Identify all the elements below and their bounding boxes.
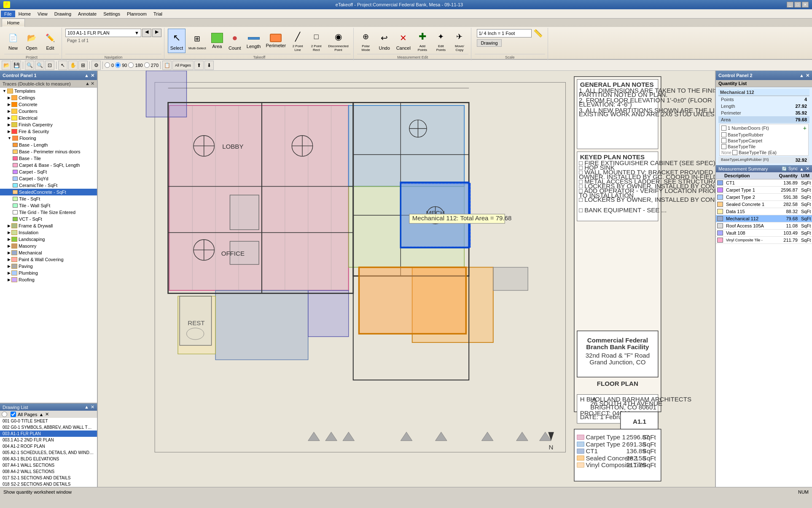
meas-row-mech[interactable]: Mechanical 112 79.68 SqFt: [716, 215, 812, 222]
tree-item-landscaping[interactable]: ▶ Landscaping: [0, 236, 97, 243]
qty-check-2[interactable]: [721, 138, 726, 143]
zoom-90[interactable]: [115, 62, 121, 68]
expand-landscaping[interactable]: ▶: [8, 237, 11, 241]
tree-item-base-perimeter[interactable]: Base - Perimeter minus doors: [0, 148, 97, 155]
qty-check-4[interactable]: [732, 150, 737, 155]
tool-pages[interactable]: 📋: [162, 61, 172, 70]
expand-insulation[interactable]: ▶: [8, 230, 11, 235]
meas-collapse[interactable]: ▲: [799, 166, 804, 171]
tool-fit[interactable]: ⊡: [45, 61, 54, 70]
drawing-list-collapse[interactable]: ▲: [84, 404, 89, 410]
drawing-label[interactable]: Drawing: [477, 39, 501, 47]
tool-arrows3[interactable]: ⬇: [204, 61, 214, 70]
drawing-004[interactable]: 004 A1-2 ROOF PLAN: [0, 443, 97, 449]
close-button[interactable]: ✕: [802, 2, 809, 8]
drawing-002[interactable]: 002 G0-1 SYMBOLS, ABBREV, AND WALL TYPES: [0, 424, 97, 430]
edit-button[interactable]: ✏️ Edit: [41, 29, 59, 53]
expand-mechanical[interactable]: ▶: [8, 251, 11, 255]
expand-plumbing[interactable]: ▶: [8, 271, 11, 275]
tree-item-templates[interactable]: ▼ Templates: [0, 88, 97, 94]
expand-finish-carpentry[interactable]: ▶: [8, 123, 11, 127]
maximize-button[interactable]: □: [794, 2, 801, 8]
multi-select-button[interactable]: ⊞ Multi-Select: [186, 29, 208, 53]
expand-fire-security[interactable]: ▶: [8, 129, 11, 134]
drawing-003-1[interactable]: 003.1 A1-2 2ND FLR PLAN: [0, 437, 97, 443]
traces-close[interactable]: ✕: [91, 81, 94, 86]
drawing-dropdown[interactable]: 103 A1-1 FLR PLAN ▼: [65, 29, 141, 37]
open-button[interactable]: 📂 Open: [23, 29, 40, 53]
tree-item-sealed-concrete[interactable]: SealedConcrete - SqFt: [0, 189, 97, 195]
disconnected-point-button[interactable]: ◉ DisconnectedPoint: [326, 29, 350, 53]
meas-row-vault[interactable]: Vault 108 103.49 SqFt: [716, 230, 812, 237]
tree-item-frame-drywall[interactable]: ▶ Frame & Drywall: [0, 222, 97, 229]
tree-item-electrical[interactable]: ▶ Electrical: [0, 115, 97, 121]
pages-radio[interactable]: [2, 412, 7, 417]
expand-masonry[interactable]: ▶: [8, 244, 11, 248]
select-button[interactable]: ↖ Select: [168, 29, 186, 53]
perimeter-button[interactable]: Perimeter: [263, 29, 288, 53]
2point-rect-button[interactable]: □ 2 PointRect: [307, 29, 325, 53]
qty-add-btn[interactable]: +: [803, 125, 807, 131]
qty-check-3[interactable]: [721, 144, 726, 149]
tree-item-carpet-base[interactable]: Carpet & Base - SqFt, Length: [0, 162, 97, 168]
meas-row-ct1[interactable]: CT1 136.89 SqFt: [716, 179, 812, 187]
tree-item-roofing[interactable]: ▶ Roofing: [0, 276, 97, 283]
menu-home[interactable]: Home: [15, 11, 34, 17]
drawing-006[interactable]: 006 A3-1 BLDG ELEVATIONS: [0, 456, 97, 462]
expand-electrical[interactable]: ▶: [8, 116, 11, 120]
drawing-005[interactable]: 005 A2-1 SCHEDULES, DETAILS, AND WINDOW-: [0, 449, 97, 456]
minimize-button[interactable]: _: [787, 2, 793, 8]
tree-item-flooring[interactable]: ▼ Flooring: [0, 135, 97, 142]
tree-item-concrete[interactable]: ▶ Concrete: [0, 101, 97, 108]
expand-templates[interactable]: ▼: [3, 89, 6, 93]
zoom-0[interactable]: [105, 62, 110, 68]
drawing-list-close[interactable]: ✕: [91, 404, 94, 410]
qty-check-0[interactable]: [721, 126, 726, 131]
traces-collapse[interactable]: ▲: [85, 81, 90, 86]
tool-zoom-out[interactable]: 🔍: [35, 61, 44, 70]
tree-item-ceilings[interactable]: ▶ Ceilings: [0, 94, 97, 101]
cp2-close[interactable]: ✕: [806, 73, 809, 78]
expand-paving[interactable]: ▶: [8, 264, 11, 268]
menu-annotate[interactable]: Annotate: [75, 11, 100, 17]
meas-row-carpet1[interactable]: Carpet Type 1 2596.87 SqFt: [716, 187, 812, 194]
meas-row-vinyl[interactable]: Vinyl Composite Tile - 211.79 SqFt: [716, 237, 812, 244]
tree-item-finish-carpentry[interactable]: ▶ Finish Carpentry: [0, 121, 97, 128]
tree-item-vct[interactable]: VCT - SqFt: [0, 216, 97, 222]
zoom-270[interactable]: [144, 62, 150, 68]
expand-concrete[interactable]: ▶: [8, 102, 11, 107]
menu-trial[interactable]: Trial: [150, 11, 166, 17]
drawing-003[interactable]: 003 A1-1 FLR PLAN: [0, 430, 97, 437]
tree-item-masonry[interactable]: ▶ Masonry: [0, 243, 97, 249]
tool-pan[interactable]: ✋: [68, 61, 78, 70]
undo-button[interactable]: ↩ Undo: [376, 29, 393, 53]
area-button[interactable]: Area: [209, 29, 225, 53]
nav-prev[interactable]: ◀: [142, 29, 151, 37]
cancel-button[interactable]: ✕ Cancel: [394, 29, 413, 53]
meas-close[interactable]: ✕: [806, 166, 809, 171]
polar-mode-button[interactable]: ⊕ PolarMode: [357, 29, 375, 53]
tree-item-fire-security[interactable]: ▶ Fire & Security: [0, 128, 97, 135]
menu-settings[interactable]: Settings: [100, 11, 124, 17]
nav-next[interactable]: ▶: [152, 29, 161, 37]
expand-roofing[interactable]: ▶: [8, 278, 11, 282]
meas-row-data[interactable]: Data 115 88.32 SqFt: [716, 208, 812, 215]
tree-item-plumbing[interactable]: ▶ Plumbing: [0, 270, 97, 276]
tree-item-paint-wall[interactable]: ▶ Paint & Wall Covering: [0, 256, 97, 263]
ribbon-tab-home[interactable]: Home: [2, 19, 25, 27]
expand-frame-drywall[interactable]: ▶: [8, 224, 11, 228]
count-button[interactable]: ● Count: [226, 29, 244, 53]
drawing-018[interactable]: 018 S2-2 SECTIONS AND DETAILS: [0, 481, 97, 487]
tool-settings[interactable]: ⚙: [91, 61, 101, 70]
tree-item-counters[interactable]: ▶ Counters: [0, 108, 97, 115]
center-canvas[interactable]: GENERAL PLAN NOTES 1. ALL DIMENSIONS ARE…: [98, 71, 715, 487]
menu-planroom[interactable]: Planroom: [124, 11, 150, 17]
drawing-nav-up[interactable]: ▲: [39, 412, 43, 417]
meas-row-carpet2[interactable]: Carpet Type 2 591.38 SqFt: [716, 194, 812, 201]
length-button[interactable]: Length: [245, 29, 263, 53]
move-copy-button[interactable]: ✈ Move/Copy: [451, 29, 468, 53]
tree-item-tile-wall[interactable]: Tile - Wall SqFt: [0, 202, 97, 209]
expand-counters[interactable]: ▶: [8, 109, 11, 113]
tree-item-insulation[interactable]: ▶ Insulation: [0, 229, 97, 236]
tree-item-tile-sqft[interactable]: Tile - SqFt: [0, 195, 97, 202]
